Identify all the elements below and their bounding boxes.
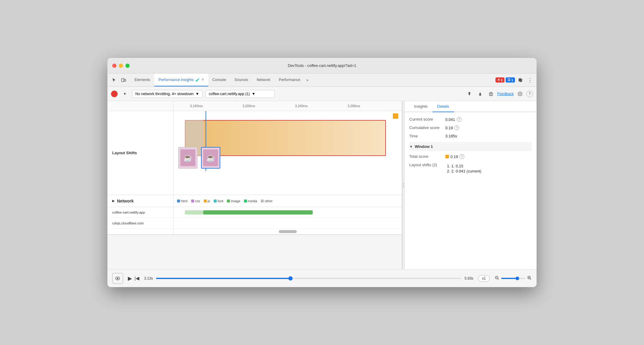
- tabs: Elements Performance insights 🧪 ✕ Consol…: [130, 74, 493, 86]
- network-section-label[interactable]: ▶ Network: [107, 195, 173, 207]
- zoom-out-icon[interactable]: [495, 275, 499, 281]
- bottom-bar: ▶ |◀ 3.13s 5.93s x1: [107, 269, 537, 287]
- network-section: ▶ Network html css: [107, 195, 402, 235]
- upload-icon[interactable]: [465, 89, 474, 98]
- tab-elements[interactable]: Elements: [130, 74, 154, 86]
- slider-thumb[interactable]: [288, 276, 293, 280]
- more-tabs-button[interactable]: »: [305, 74, 310, 86]
- tab-close-icon[interactable]: ✕: [201, 78, 204, 82]
- network-label-coffee: coffee-cart.netlify.app: [107, 207, 173, 218]
- eye-icon[interactable]: [112, 273, 123, 284]
- layout-shifts-content[interactable]: ☕ ☕: [173, 111, 402, 171]
- score-orange-box: [445, 155, 449, 158]
- network-collapse-icon[interactable]: ▶: [112, 199, 115, 202]
- tab-network[interactable]: Network: [252, 74, 275, 86]
- window-title: DevTools - coffee-cart.netlify.app/?ad=1: [288, 63, 356, 68]
- net-wait-bar-0: [185, 210, 203, 214]
- return-to-start-button[interactable]: |◀: [134, 275, 139, 281]
- delete-icon[interactable]: [486, 89, 495, 98]
- record-button[interactable]: [111, 91, 118, 97]
- close-button[interactable]: [112, 64, 116, 68]
- layout-shifts-values: 1. 0.15 2. 0.041 (current): [445, 163, 481, 174]
- time-row: Time 3.185s: [409, 134, 532, 138]
- traffic-lights: [112, 64, 130, 68]
- svg-rect-2: [489, 93, 492, 96]
- cumulative-score-label: Cumulative score: [409, 125, 445, 130]
- network-bar-area-1: [173, 218, 402, 228]
- play-button[interactable]: ▶: [128, 275, 132, 282]
- device-mode-icon[interactable]: [119, 76, 128, 84]
- resize-handle[interactable]: [402, 101, 405, 269]
- network-rows: coffee-cart.netlify.app cdnjs.cloudflare…: [107, 207, 402, 229]
- menu-icon[interactable]: ⋮: [526, 76, 534, 84]
- layout-shifts-row: Layout Shifts ☕: [107, 111, 402, 195]
- total-score-detail-label: Total score: [409, 154, 445, 159]
- timeline-label-spacer: [107, 101, 173, 111]
- scrollbar-thumb[interactable]: [279, 230, 297, 233]
- html-dot: [177, 200, 180, 202]
- total-score-info-icon[interactable]: ?: [459, 154, 464, 159]
- settings-icon[interactable]: [516, 76, 525, 84]
- css-dot: [191, 200, 194, 202]
- legend-html: html: [177, 199, 188, 203]
- zoom-thumb[interactable]: [516, 277, 519, 280]
- cumulative-score-info-icon[interactable]: ?: [454, 125, 459, 130]
- legend-js: js: [204, 199, 210, 203]
- dropdown-arrow-icon[interactable]: ▼: [121, 90, 129, 98]
- feedback-link[interactable]: Feedback: [497, 92, 514, 96]
- playback-slider[interactable]: [156, 278, 462, 279]
- window-section-header[interactable]: ▼ Window 1: [409, 142, 532, 151]
- current-score-info-icon[interactable]: ?: [457, 117, 462, 122]
- scrollbar-track[interactable]: [173, 229, 402, 234]
- right-panel-tabs: Insights Details: [405, 101, 537, 112]
- network-row-0[interactable]: coffee-cart.netlify.app: [107, 207, 402, 218]
- zoom-in-icon[interactable]: [527, 275, 532, 281]
- svg-rect-0: [122, 79, 124, 82]
- cursor-icon[interactable]: [110, 76, 118, 84]
- minimize-button[interactable]: [119, 64, 123, 68]
- tab-insights[interactable]: Insights: [409, 101, 432, 112]
- left-panel: 3,160ms 3,200ms 3,240ms 3,280ms Layout S…: [107, 101, 402, 269]
- resize-dot: [403, 183, 404, 184]
- tab-performance-insights[interactable]: Performance insights 🧪 ✕: [154, 74, 208, 86]
- thumbnail-after[interactable]: ☕: [201, 147, 220, 169]
- devtools-window: DevTools - coffee-cart.netlify.app/?ad=1…: [107, 58, 537, 287]
- time-range: 3.13s 5.93s: [144, 276, 473, 280]
- other-dot: [261, 200, 264, 202]
- network-label-cdnjs: cdnjs.cloudflare.com: [107, 218, 173, 228]
- legend-font: font: [214, 199, 223, 203]
- zoom-slider[interactable]: [501, 278, 525, 279]
- right-panel-content: Current score 0.041 ? Cumulative score 0…: [405, 112, 537, 269]
- layout-shifts-label: Layout Shifts: [107, 111, 173, 195]
- tab-console[interactable]: Console: [208, 74, 230, 86]
- font-dot: [214, 200, 217, 202]
- right-panel: Insights Details Current score 0.041 ? C…: [405, 101, 537, 269]
- error-badge[interactable]: ✕ 1: [495, 77, 504, 82]
- timeline-ticks: 3,160ms 3,200ms 3,240ms 3,280ms: [173, 101, 402, 111]
- devtools-toolbar: ▼ No network throttling, 4× slowdown ▼ c…: [107, 87, 537, 101]
- help-icon[interactable]: ?: [526, 91, 533, 97]
- url-dropdown[interactable]: coffee-cart.netlify.app (1) ▼: [206, 90, 275, 98]
- network-row-1[interactable]: cdnjs.cloudflare.com: [107, 218, 402, 229]
- maximize-button[interactable]: [125, 64, 130, 68]
- tab-performance[interactable]: Performance: [275, 74, 305, 86]
- throttle-dropdown[interactable]: No network throttling, 4× slowdown ▼: [132, 90, 203, 98]
- tab-bar-right: ✕ 1 ☰ 1 ⋮: [495, 74, 534, 86]
- net-active-bar-0: [203, 210, 313, 214]
- message-icon: ☰: [507, 78, 510, 82]
- main-content: 3,160ms 3,200ms 3,240ms 3,280ms Layout S…: [107, 101, 537, 269]
- tab-details[interactable]: Details: [432, 101, 454, 112]
- slider-fill: [156, 278, 290, 279]
- thumbnail-before[interactable]: ☕: [178, 147, 197, 169]
- download-icon[interactable]: [476, 89, 485, 98]
- image-dot: [227, 200, 230, 202]
- resize-dot: [403, 185, 404, 186]
- tab-sources[interactable]: Sources: [230, 74, 252, 86]
- zoom-controls: [495, 275, 532, 281]
- speed-badge[interactable]: x1: [478, 275, 490, 282]
- time-label: Time: [409, 134, 445, 138]
- layout-shifts-detail-row: Layout shifts (2) 1. 0.15 2. 0.041 (curr…: [409, 163, 532, 174]
- message-badge[interactable]: ☰ 1: [506, 77, 515, 82]
- settings-gear-icon[interactable]: [516, 89, 525, 98]
- cumulative-score-value: 0.19 ?: [445, 125, 459, 130]
